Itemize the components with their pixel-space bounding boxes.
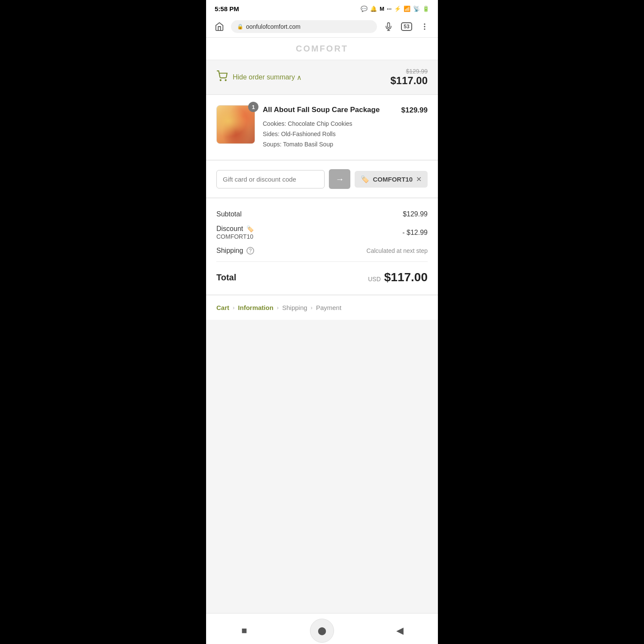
stop-icon: ■	[241, 625, 247, 636]
breadcrumb-shipping: Shipping	[282, 304, 307, 311]
phone-container: 5:58 PM 💬 🔔 M ··· ⚡ 📶 📡 🔋 🔒 oonfulofcomf…	[206, 0, 438, 644]
browser-bar: 🔒 oonfulofcomfort.com 53	[206, 16, 438, 38]
breadcrumb-section: Cart › Information › Shipping › Payment	[206, 295, 438, 320]
home-button[interactable]: ⬤	[310, 619, 334, 643]
whatsapp-icon: 💬	[361, 6, 368, 12]
order-summary-header: Hide order summary ∧ $129.99 $117.00	[206, 60, 438, 95]
status-icons: 💬 🔔 M ··· ⚡ 📶 📡 🔋	[361, 6, 429, 12]
discount-label-group: Discount 🏷️ COMFORT10	[216, 225, 254, 240]
breadcrumb-sep-2: ›	[277, 304, 279, 311]
mic-button[interactable]	[381, 19, 396, 34]
discount-code: COMFORT10	[216, 233, 254, 240]
discount-tag-icon: 🏷️	[246, 225, 254, 232]
tabs-button[interactable]: 53	[399, 19, 414, 34]
home-circle-icon: ⬤	[318, 626, 326, 635]
coupon-code: COMFORT10	[373, 176, 413, 183]
breadcrumb-cart[interactable]: Cart	[216, 304, 229, 311]
product-sides: Sides: Old-Fashioned Rolls	[263, 129, 394, 140]
url-bar[interactable]: 🔒 oonfulofcomfort.com	[231, 20, 377, 33]
discount-value: - $12.99	[402, 229, 428, 237]
order-summary-price: $129.99 $117.00	[390, 68, 428, 87]
total-amount: $117.00	[384, 270, 428, 284]
bluetooth-icon: ⚡	[394, 6, 401, 12]
subtotal-label: Subtotal	[216, 210, 242, 218]
status-bar: 5:58 PM 💬 🔔 M ··· ⚡ 📶 📡 🔋	[206, 0, 438, 16]
product-price: $129.99	[401, 106, 428, 115]
hide-summary-button[interactable]: Hide order summary ∧	[233, 73, 302, 82]
page-content: COMFORT Hide order summary ∧ $129.99	[206, 38, 438, 613]
notification-icon: 🔔	[370, 6, 377, 12]
coupon-section: → 🏷️ COMFORT10 ✕	[206, 161, 438, 198]
discount-row: Discount 🏷️ COMFORT10 - $12.99	[216, 222, 428, 243]
coupon-input[interactable]	[216, 170, 325, 188]
hide-summary-label: Hide order summary	[233, 73, 295, 81]
svg-point-6	[225, 80, 226, 81]
pricing-section: Subtotal $129.99 Discount 🏷️ COMFORT10 -…	[206, 198, 438, 295]
quantity-badge: 1	[248, 102, 258, 112]
product-image	[216, 105, 255, 144]
bottom-nav: ■ ⬤ ◀	[206, 613, 438, 644]
back-button[interactable]: ◀	[389, 622, 410, 639]
pricing-divider	[216, 261, 428, 262]
more-button[interactable]	[417, 19, 432, 34]
product-meta: Cookies: Chocolate Chip Cookies Sides: O…	[263, 119, 394, 149]
breadcrumb: Cart › Information › Shipping › Payment	[216, 304, 428, 311]
svg-point-3	[424, 26, 425, 27]
email-icon: M	[380, 6, 384, 12]
breadcrumb-sep-3: ›	[311, 304, 313, 311]
product-card: 1 All About Fall Soup Care Package Cooki…	[206, 95, 438, 160]
shipping-label-group: Shipping ?	[216, 247, 254, 255]
coupon-tag: 🏷️ COMFORT10 ✕	[355, 171, 428, 188]
subtotal-value: $129.99	[403, 210, 428, 218]
total-label: Total	[216, 273, 236, 283]
product-name: All About Fall Soup Care Package	[263, 105, 394, 115]
shipping-info-icon[interactable]: ?	[246, 247, 254, 255]
chevron-up-icon: ∧	[297, 73, 302, 82]
svg-point-2	[424, 24, 425, 24]
breadcrumb-payment: Payment	[316, 304, 341, 311]
signal-icon: 📶	[404, 6, 410, 12]
svg-point-5	[220, 80, 221, 81]
arrow-icon: →	[335, 174, 344, 184]
product-image-inner	[217, 106, 255, 143]
product-cookies: Cookies: Chocolate Chip Cookies	[263, 119, 394, 129]
current-price: $117.00	[390, 75, 428, 87]
cart-icon	[216, 70, 228, 84]
back-icon: ◀	[396, 625, 404, 636]
original-price: $129.99	[390, 68, 428, 75]
stop-button[interactable]: ■	[234, 622, 255, 639]
browser-actions: 53	[381, 19, 432, 34]
coupon-row: → 🏷️ COMFORT10 ✕	[216, 169, 428, 189]
product-row: 1 All About Fall Soup Care Package Cooki…	[216, 105, 428, 149]
discount-label-main: Discount 🏷️	[216, 225, 254, 233]
coupon-submit-button[interactable]: →	[329, 169, 350, 189]
wifi-icon: 📡	[413, 6, 420, 12]
product-soups: Soups: Tomato Basil Soup	[263, 140, 394, 150]
logo-text: COMFORT	[215, 44, 429, 54]
subtotal-row: Subtotal $129.99	[216, 207, 428, 222]
svg-point-4	[424, 29, 425, 30]
breadcrumb-sep-1: ›	[233, 304, 234, 311]
order-summary-left: Hide order summary ∧	[216, 70, 302, 84]
product-image-wrapper: 1	[216, 105, 255, 144]
logo-bar: COMFORT	[206, 38, 438, 60]
shipping-row: Shipping ? Calculated at next step	[216, 243, 428, 258]
total-currency: USD	[368, 276, 381, 283]
lock-icon: 🔒	[237, 24, 243, 30]
breadcrumb-information[interactable]: Information	[238, 304, 273, 311]
product-details: All About Fall Soup Care Package Cookies…	[263, 105, 394, 149]
battery-icon: 🔋	[422, 6, 429, 12]
browser-home-button[interactable]	[212, 19, 227, 34]
shipping-label-text: Shipping	[216, 247, 243, 255]
tabs-count: 53	[401, 22, 412, 31]
discount-label-text: Discount	[216, 225, 243, 233]
status-time: 5:58 PM	[215, 5, 239, 12]
shipping-note: Calculated at next step	[367, 247, 428, 254]
remove-coupon-button[interactable]: ✕	[416, 175, 422, 183]
more-apps-icon: ···	[387, 6, 392, 12]
url-text: oonfulofcomfort.com	[246, 23, 301, 30]
total-row: Total USD $117.00	[216, 265, 428, 286]
total-right: USD $117.00	[368, 270, 428, 284]
tag-icon: 🏷️	[361, 175, 369, 183]
